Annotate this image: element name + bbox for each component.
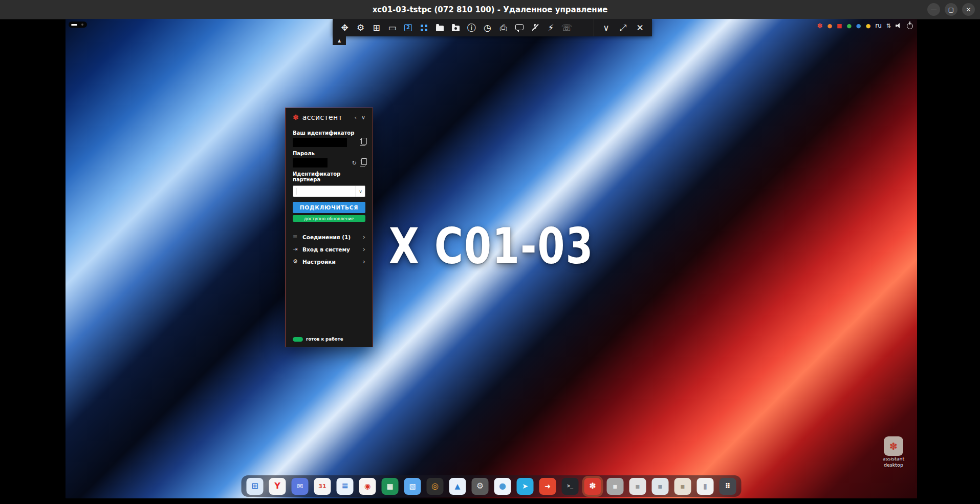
refresh-password-icon[interactable]: ↻ (352, 160, 357, 166)
settings-app-icon: ⚙ (476, 482, 484, 490)
assistant-app-icon: ✽ (589, 482, 596, 490)
tray-yellow-icon[interactable]: ● (866, 23, 871, 29)
file-transfer-shape (452, 26, 460, 31)
id-value-redacted[interactable] (293, 138, 347, 147)
update-banner[interactable]: доступно обновление (293, 215, 365, 222)
dock-item-calendar[interactable]: 31 (314, 478, 331, 495)
info-icon[interactable]: ⓘ (464, 19, 480, 36)
menu-item-label: Вход в систему (302, 246, 350, 253)
settings-icon: ⚙ (293, 259, 301, 264)
dock-item-text-editor[interactable]: ≡ (337, 478, 354, 495)
chevron-right-icon: › (363, 246, 365, 253)
dock-item-image-viewer[interactable]: ▧ (404, 478, 421, 495)
copy-id-icon[interactable] (360, 139, 365, 146)
partner-id-combobox[interactable]: ∨ (293, 185, 365, 197)
combo-dropdown-icon[interactable]: ∨ (356, 186, 365, 197)
window-controls: — ▢ ✕ (927, 3, 975, 16)
software-center-icon: ⊞ (251, 482, 258, 490)
dock-item-app-light-3[interactable]: ▪ (674, 478, 691, 495)
dock-item-assistant-app[interactable]: ✽ (584, 478, 601, 495)
login-icon: ⇥ (293, 246, 301, 252)
fullscreen-icon[interactable]: ⤢ (615, 19, 631, 36)
chat-icon[interactable] (511, 19, 527, 36)
close-button[interactable]: ✕ (962, 3, 975, 16)
dock-item-telegram[interactable]: ➤ (517, 478, 534, 495)
tray-green-icon[interactable]: ● (846, 23, 852, 29)
monitor-icon[interactable]: ▭ (384, 19, 400, 36)
app-gray-icon: ▪ (613, 482, 618, 490)
spreadsheet-icon: ▦ (386, 482, 393, 490)
collapse-down-icon[interactable]: ∨ (361, 115, 365, 120)
network-icon[interactable]: ⇅ (886, 23, 891, 29)
chat-bubble-shape (515, 24, 524, 30)
settings-icon[interactable]: ⚙ (353, 19, 368, 36)
dock-item-pdf-viewer[interactable]: ◉ (359, 478, 376, 495)
remote-desktop-view[interactable]: ✥ ⚙ ⊞ ▭ 2 ⓘ ◷ ⎙ ⚡ (66, 19, 917, 498)
folder-icon[interactable] (432, 19, 448, 36)
assistant-menu: ≡ Соединения (1) › ⇥ Вход в систему › ⚙ … (293, 232, 365, 266)
status-indicator (293, 337, 303, 342)
call-icon[interactable]: ☏ (559, 19, 575, 36)
monitor-2-icon[interactable]: 2 (400, 19, 416, 36)
tray-blue-icon[interactable]: ● (856, 23, 861, 29)
window-grid-icon[interactable]: ⊞ (368, 19, 384, 36)
copy-password-icon[interactable] (360, 160, 365, 166)
dock-item-video-player[interactable]: ▲ (449, 478, 466, 495)
file-transfer-icon[interactable] (448, 19, 464, 36)
close-session-icon[interactable]: ✕ (632, 19, 648, 36)
dock-item-mail-client[interactable]: ✉ (292, 478, 309, 495)
status-row: готов к работе (293, 337, 365, 342)
multi-screen-icon[interactable] (416, 19, 432, 36)
monitor-2-badge: 2 (404, 24, 412, 31)
assistant-panel-header: ✽ ассистент ‹ ∨ (293, 113, 365, 121)
minimize-button[interactable]: — (927, 3, 940, 16)
power-actions-icon[interactable]: ⚡ (543, 19, 559, 36)
printer-icon[interactable]: ⎙ (495, 19, 511, 36)
volume-icon[interactable] (896, 23, 902, 29)
calendar-icon: 31 (318, 484, 326, 489)
menu-item-label: Соединения (1) (302, 234, 351, 240)
mic-off-icon[interactable] (527, 19, 543, 36)
tray-red-icon[interactable]: ■ (837, 23, 842, 29)
menu-item-connections[interactable]: ≡ Соединения (1) › (293, 232, 365, 242)
pdf-viewer-icon: ◉ (364, 482, 371, 490)
assistant-tray-icon[interactable]: ✽ (817, 23, 822, 29)
dock-item-terminal[interactable]: >_ (562, 478, 579, 495)
menu-item-login[interactable]: ⇥ Вход в систему › (293, 244, 365, 254)
window-title: xc01-03-tstpc (072 810 100) - Удаленное … (373, 5, 608, 14)
move-icon[interactable]: ✥ (337, 19, 353, 36)
toolbar-collapse-tab[interactable]: ▲ (333, 36, 346, 45)
dock-item-yandex-browser[interactable]: Y (269, 478, 286, 495)
password-value-redacted[interactable] (293, 158, 328, 167)
terminal-icon: >_ (567, 484, 573, 489)
dock-item-spreadsheet[interactable]: ▦ (382, 478, 399, 495)
dock-item-music-player[interactable]: ◎ (427, 478, 444, 495)
dock-item-office-suite[interactable]: ➜ (539, 478, 556, 495)
desktop-watermark: X C01-03 (389, 218, 594, 275)
telegram-icon: ➤ (522, 482, 528, 490)
dock-item-app-light-2[interactable]: ▪ (652, 478, 669, 495)
assistant-desktop-shortcut[interactable]: ✽ assistant desktop (879, 436, 908, 468)
menu-item-settings[interactable]: ⚙ Настройки › (293, 257, 365, 266)
dock-item-show-apps[interactable]: ⠿ (720, 478, 736, 495)
dock-item-web-browser[interactable]: ● (494, 478, 511, 495)
dock-item-removable-drive[interactable]: ▮ (697, 478, 714, 495)
dock-item-software-center[interactable]: ⊞ (247, 478, 264, 495)
collapse-icon[interactable]: ∨ (598, 19, 614, 36)
music-player-icon: ◎ (431, 482, 439, 490)
keyboard-layout-indicator[interactable]: ru (875, 22, 882, 29)
window-titlebar: xc01-03-tstpc (072 810 100) - Удаленное … (0, 0, 980, 19)
clock-icon[interactable]: ◷ (480, 19, 495, 36)
power-icon[interactable] (907, 23, 913, 29)
folder-shape (436, 26, 444, 31)
toolbar-main-group: ✥ ⚙ ⊞ ▭ 2 ⓘ ◷ ⎙ ⚡ (337, 19, 575, 36)
dock-item-settings-app[interactable]: ⚙ (472, 478, 489, 495)
collapse-left-icon[interactable]: ‹ (355, 115, 357, 120)
tray-orange-icon[interactable]: ● (827, 23, 832, 29)
dock-item-app-light-1[interactable]: ▪ (629, 478, 646, 495)
connect-button[interactable]: ПОДКЛЮЧИТЬСЯ (293, 202, 365, 213)
hidden-panel-handle[interactable] (69, 22, 87, 28)
dock-item-app-gray[interactable]: ▪ (607, 478, 624, 495)
maximize-button[interactable]: ▢ (945, 3, 957, 16)
chevron-right-icon: › (363, 258, 365, 265)
